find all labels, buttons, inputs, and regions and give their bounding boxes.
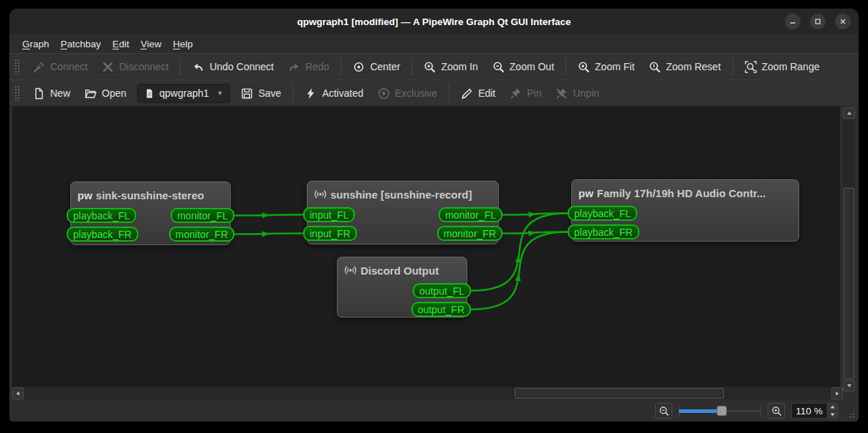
- toolbar-separator: [292, 85, 293, 102]
- toolbar-button-label: Undo Connect: [209, 61, 274, 72]
- node-sunshine[interactable]: sunshine [sunshine-record]input_FLmonito…: [307, 181, 499, 244]
- file-toolbar: NewOpenqpwgraph1▼SaveActivatedExclusiveE…: [9, 80, 859, 106]
- zoom-slider-fill: [679, 409, 722, 413]
- zoom-slider-handle[interactable]: [717, 406, 727, 416]
- bolt-icon: [305, 87, 317, 100]
- open-icon: [85, 87, 97, 100]
- zoom-spinbox[interactable]: 110 %: [791, 403, 839, 419]
- vertical-scrollbar-thumb[interactable]: [844, 188, 854, 379]
- graph-toolbar: ConnectDisconnectUndo ConnectRedoCenterZ…: [9, 53, 859, 80]
- connect-button[interactable]: Connect: [26, 57, 95, 77]
- pipewire-icon: pw: [578, 187, 593, 199]
- toolbar-button-label: New: [50, 87, 70, 99]
- zoom-value[interactable]: 110 %: [792, 406, 826, 417]
- toolbar-button-label: Activated: [322, 87, 363, 99]
- port-sink-sunshine-stereo-playback-fr[interactable]: playback_FR: [67, 227, 138, 242]
- save-button[interactable]: Save: [234, 84, 288, 103]
- toolbar-button-label: Zoom Reset: [666, 61, 720, 72]
- zoom-fit-icon: [578, 61, 590, 73]
- toolbar-separator: [180, 58, 181, 75]
- scroll-right-button[interactable]: [831, 387, 843, 399]
- port-sunshine-input-fl[interactable]: input_FL: [303, 207, 355, 222]
- port-family-audio-playback-fl[interactable]: playback_FL: [568, 206, 637, 221]
- connect-icon: [33, 61, 45, 73]
- node-discord-output[interactable]: Discord Outputoutput_FLoutput_FR: [337, 257, 467, 318]
- menubar: GraphPatchbayEditViewHelp: [9, 34, 859, 53]
- toolbar-button-label: Exclusive: [395, 87, 437, 99]
- horizontal-scrollbar-thumb[interactable]: [515, 388, 724, 399]
- close-button[interactable]: [835, 14, 851, 29]
- port-discord-output-output-fl[interactable]: output_FL: [413, 283, 471, 298]
- port-discord-output-output-fr[interactable]: output_FR: [411, 302, 471, 317]
- toolbar-separator: [449, 85, 449, 102]
- graph-canvas[interactable]: pwsink-sunshine-stereoplayback_FLmonitor…: [12, 106, 840, 387]
- open-button[interactable]: Open: [77, 84, 133, 103]
- port-sink-sunshine-stereo-monitor-fr[interactable]: monitor_FR: [169, 227, 234, 242]
- node-title: Family 17h/19h HD Audio Contr...: [597, 187, 766, 199]
- node-sink-sunshine-stereo[interactable]: pwsink-sunshine-stereoplayback_FLmonitor…: [70, 181, 231, 245]
- activated-button[interactable]: Activated: [297, 84, 371, 103]
- menu-view[interactable]: View: [135, 37, 167, 52]
- pin-button[interactable]: Pin: [502, 84, 548, 103]
- toolbar-separator: [411, 58, 412, 75]
- connection-edge: [234, 215, 303, 216]
- connection-edge: [502, 232, 568, 234]
- port-sink-sunshine-stereo-monitor-fl[interactable]: monitor_FL: [171, 208, 234, 223]
- redo-button[interactable]: Redo: [281, 57, 336, 77]
- minimize-button[interactable]: [785, 14, 801, 29]
- zoom-out-button[interactable]: Zoom Out: [485, 57, 561, 77]
- zoom-fit-button[interactable]: Zoom Fit: [571, 57, 642, 77]
- toolbar-button-label: Zoom Range: [762, 61, 820, 72]
- titlebar[interactable]: qpwgraph1 [modified] — A PipeWire Graph …: [9, 9, 859, 34]
- redo-icon: [288, 61, 300, 73]
- new-icon: [33, 87, 45, 100]
- save-icon: [241, 87, 253, 100]
- chevron-down-icon: ▼: [217, 90, 224, 97]
- scroll-up-button[interactable]: [843, 108, 855, 119]
- scroll-left-button[interactable]: [12, 387, 24, 399]
- zoom-in-button[interactable]: Zoom In: [416, 57, 485, 77]
- port-sunshine-monitor-fl[interactable]: monitor_FL: [439, 207, 502, 222]
- center-button[interactable]: Center: [345, 57, 407, 77]
- menu-help[interactable]: Help: [167, 37, 199, 52]
- patchbay-file-combobox[interactable]: qpwgraph1▼: [137, 84, 230, 103]
- scroll-down-button[interactable]: [843, 380, 855, 391]
- port-sink-sunshine-stereo-playback-fl[interactable]: playback_FL: [67, 208, 136, 223]
- port-sunshine-input-fr[interactable]: input_FR: [303, 226, 357, 241]
- edit-button[interactable]: Edit: [454, 84, 502, 103]
- maximize-button[interactable]: [810, 14, 826, 29]
- disconnect-icon: [102, 61, 114, 73]
- port-family-audio-playback-fr[interactable]: playback_FR: [568, 224, 639, 239]
- toolbar-drag-handle[interactable]: [14, 59, 20, 75]
- node-title: Discord Output: [361, 265, 439, 277]
- node-title: sunshine [sunshine-record]: [330, 189, 472, 201]
- undo-connect-button[interactable]: Undo Connect: [185, 57, 281, 77]
- connection-arrow: [528, 231, 536, 237]
- horizontal-scrollbar[interactable]: [12, 387, 843, 399]
- center-icon: [353, 61, 365, 73]
- disconnect-button[interactable]: Disconnect: [95, 57, 176, 77]
- unpin-button[interactable]: Unpin: [548, 84, 606, 103]
- zoom-spin-up[interactable]: [827, 404, 838, 411]
- zoom-out-button[interactable]: [655, 403, 672, 419]
- zoom-in-button[interactable]: [768, 403, 785, 419]
- zoom-slider[interactable]: [679, 403, 761, 419]
- node-family-audio[interactable]: pwFamily 17h/19h HD Audio Contr...playba…: [571, 179, 799, 242]
- menu-patchbay[interactable]: Patchbay: [55, 37, 107, 52]
- zoom-spin-down[interactable]: [827, 411, 838, 419]
- resize-grip[interactable]: [846, 409, 855, 419]
- toolbar-button-label: Open: [102, 87, 126, 99]
- vertical-scrollbar[interactable]: [843, 108, 855, 391]
- zoom-range-icon: [745, 61, 757, 73]
- zoom-reset-icon: [649, 61, 661, 73]
- new-button[interactable]: New: [26, 84, 77, 103]
- zoom-range-button[interactable]: Zoom Range: [738, 57, 827, 77]
- menu-graph[interactable]: Graph: [16, 37, 55, 52]
- zoom-reset-button[interactable]: Zoom Reset: [642, 57, 728, 77]
- toolbar-drag-handle[interactable]: [14, 85, 20, 101]
- port-sunshine-monitor-fr[interactable]: monitor_FR: [437, 226, 502, 241]
- exclusive-button[interactable]: Exclusive: [371, 84, 444, 103]
- menu-edit[interactable]: Edit: [107, 37, 135, 52]
- node-title: sink-sunshine-stereo: [96, 189, 204, 201]
- toolbar-button-label: Redo: [305, 61, 329, 72]
